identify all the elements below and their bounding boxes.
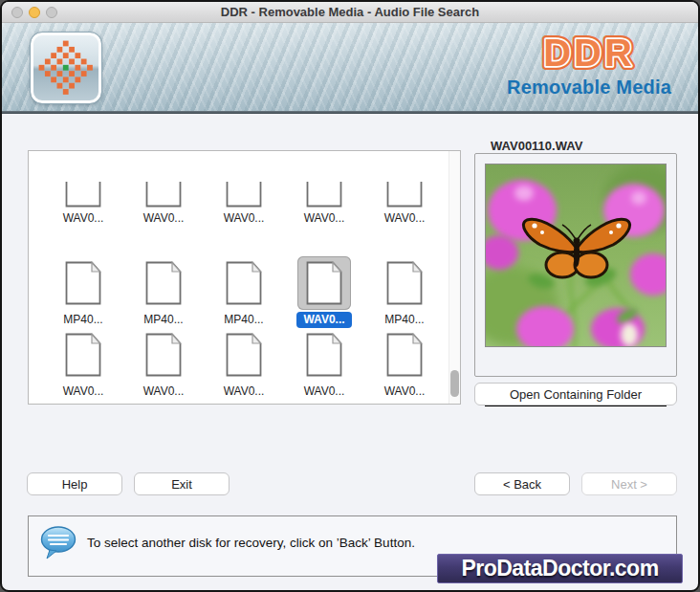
- help-button[interactable]: Help: [27, 472, 122, 495]
- document-icon: [221, 332, 267, 378]
- branding-site: ProDataDoctor.com: [461, 556, 658, 581]
- file-item[interactable]: WAV0...: [43, 182, 123, 227]
- file-label: WAV0...: [56, 210, 111, 227]
- file-icon: [137, 256, 190, 310]
- butterfly-photo: [486, 164, 667, 347]
- main-content: WAV0... WAV0... WAV0... WAV0... WAV0... …: [2, 114, 698, 590]
- file-item[interactable]: MP40...: [364, 256, 445, 328]
- file-item[interactable]: MP40...: [204, 256, 284, 328]
- file-item[interactable]: WAV0...: [43, 328, 123, 400]
- file-label: WAV0...: [137, 384, 191, 400]
- document-icon: [301, 260, 347, 306]
- brand-subtitle: Removable Media: [493, 77, 685, 99]
- file-item[interactable]: WAV0...: [123, 182, 204, 227]
- file-label: WAV0...: [378, 384, 432, 400]
- footer-message: To select another disk for recovery, cli…: [87, 536, 415, 550]
- file-icon: [378, 256, 431, 310]
- preview-image: [485, 164, 667, 347]
- preview-filename: WAV00110.WAV: [486, 139, 587, 153]
- file-item[interactable]: WAV0...: [364, 182, 445, 227]
- file-grid-row: WAV0... WAV0... WAV0... WAV0... WAV0...: [43, 328, 460, 400]
- window-title: DDR - Removable Media - Audio File Searc…: [2, 5, 698, 19]
- file-icon: [137, 182, 190, 208]
- file-icon: [137, 328, 190, 382]
- scrollbar-thumb[interactable]: [450, 370, 459, 397]
- file-item[interactable]: WAV0...: [284, 182, 364, 227]
- file-icon: [217, 328, 271, 382]
- file-icon: [378, 328, 431, 382]
- file-item[interactable]: WAV0...: [204, 328, 284, 400]
- file-icon: [297, 328, 351, 382]
- document-icon: [141, 260, 186, 306]
- speech-bubble-icon: [39, 525, 77, 561]
- file-label: WAV0...: [297, 210, 352, 227]
- document-icon: [60, 260, 106, 306]
- file-grid-row: WAV0... WAV0... WAV0... WAV0... WAV0...: [43, 182, 460, 227]
- open-containing-folder-button[interactable]: Open Containing Folder: [474, 383, 677, 406]
- file-item[interactable]: WAV0...: [284, 256, 364, 328]
- document-icon: [141, 182, 186, 208]
- document-icon: [382, 182, 427, 208]
- file-icon: [217, 182, 271, 208]
- next-button[interactable]: Next >: [581, 472, 677, 495]
- document-icon: [221, 182, 267, 208]
- file-icon: [56, 328, 110, 382]
- file-label: MP40...: [137, 312, 189, 328]
- file-label: WAV0...: [296, 312, 351, 328]
- file-icon: [217, 256, 271, 310]
- document-icon: [60, 182, 106, 208]
- branding-banner: ProDataDoctor.com: [437, 554, 683, 583]
- document-icon: [301, 182, 347, 208]
- file-label: MP40...: [217, 312, 270, 328]
- file-label: WAV0...: [378, 210, 432, 227]
- document-icon: [382, 260, 427, 306]
- file-item[interactable]: MP40...: [123, 256, 204, 328]
- file-grid-row: MP40... MP40... MP40... WAV0... MP40...: [43, 256, 460, 328]
- file-icon: [378, 182, 431, 208]
- document-icon: [221, 260, 267, 306]
- brand-block: DDR DDR Removable Media: [493, 29, 685, 99]
- vertical-scrollbar[interactable]: [448, 151, 460, 404]
- file-icon: [56, 256, 110, 310]
- file-item[interactable]: WAV0...: [123, 328, 204, 400]
- file-label: WAV0...: [137, 210, 191, 227]
- file-grid: WAV0... WAV0... WAV0... WAV0... WAV0... …: [28, 150, 461, 405]
- app-window: DDR - Removable Media - Audio File Searc…: [0, 0, 700, 592]
- preview-panel: [474, 153, 677, 377]
- file-item[interactable]: WAV0...: [284, 328, 364, 400]
- file-label: WAV0...: [56, 384, 111, 400]
- file-label: WAV0...: [297, 384, 352, 400]
- file-label: MP40...: [378, 312, 430, 328]
- file-item[interactable]: WAV0...: [364, 328, 445, 400]
- file-label: MP40...: [56, 312, 109, 328]
- file-icon: [297, 256, 351, 310]
- file-item[interactable]: MP40...: [43, 256, 123, 328]
- file-label: WAV0...: [217, 384, 272, 400]
- file-label: WAV0...: [217, 210, 272, 227]
- exit-button[interactable]: Exit: [134, 472, 230, 495]
- brand-logo: DDR DDR: [503, 29, 675, 77]
- file-icon: [56, 182, 110, 208]
- document-icon: [301, 332, 347, 378]
- file-icon: [297, 182, 351, 208]
- document-icon: [141, 332, 186, 378]
- document-icon: [382, 332, 427, 378]
- header-banner: DDR DDR Removable Media: [2, 23, 698, 111]
- document-icon: [60, 332, 106, 378]
- app-logo-icon: [31, 33, 101, 103]
- title-bar: DDR - Removable Media - Audio File Searc…: [2, 2, 698, 23]
- back-button[interactable]: < Back: [474, 472, 570, 495]
- brand-text: DDR: [543, 32, 635, 74]
- file-item[interactable]: WAV0...: [204, 182, 284, 227]
